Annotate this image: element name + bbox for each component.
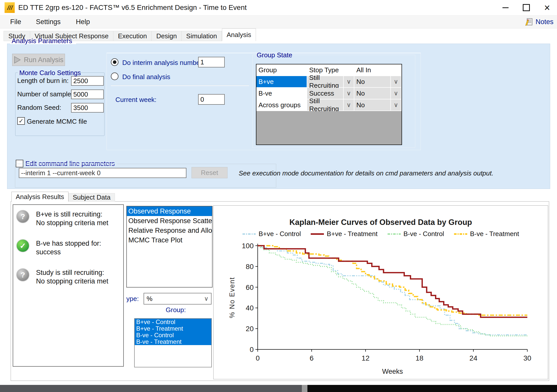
chevron-down-icon[interactable]: ∨ [391,76,401,87]
interim-analysis-radio[interactable] [111,58,118,66]
minimize-icon [502,7,509,8]
notes-icon [525,17,533,26]
group-list-item[interactable]: B-ve - Control [135,332,211,338]
chevron-down-icon[interactable]: ∨ [344,88,354,99]
cell-stop-type[interactable]: Still Recruiting [307,99,343,111]
status-item: ✓B-ve has stopped for:success [16,239,101,256]
cell-stop-type[interactable]: Still Recruiting [307,76,343,87]
close-icon: × [544,3,550,13]
status-item: ?Study is still recruiting:No stopping c… [16,268,108,286]
results-tab-strip: Analysis ResultsSubject Data [11,192,115,202]
svg-text:0: 0 [250,346,254,353]
plot-list-item[interactable]: Observed Response Scatter Plot [127,216,212,226]
plot-list-item[interactable]: Relative Response and Allocation [127,226,212,235]
legend-swatch [242,233,256,236]
samples-field[interactable]: 5000 [71,90,104,99]
run-analysis-button[interactable]: Run Analysis [12,54,65,66]
separator [111,85,249,86]
header-group: Group [256,64,307,76]
cmd-line-field[interactable]: --interim 1 --current-week 0 [19,168,186,178]
menu-bar: File Settings Help Notes [0,15,557,28]
burn-in-field[interactable]: 2500 [71,76,104,86]
chevron-down-icon[interactable]: ∨ [391,99,401,111]
group-state-table: GroupStop TypeAll InB+veStill Recruiting… [256,64,402,145]
legend-item: B+ve - Control [242,230,301,238]
svg-text:40: 40 [246,304,254,312]
chevron-down-icon[interactable]: ∨ [344,99,354,111]
notes-label: Notes [535,18,553,26]
legend-label: B+ve - Treatment [327,230,377,238]
svg-text:18: 18 [415,354,423,362]
header-all-in: All In [354,64,390,76]
legend-item: B-ve - Treatment [454,230,519,238]
results-tab-analysis-results[interactable]: Analysis Results [11,192,68,202]
reset-button[interactable]: Reset [192,167,228,178]
generate-mcmc-checkbox[interactable]: ✓ [17,117,25,125]
cmd-note-text: See execution mode documentation for det… [239,169,493,177]
interim-analysis-label: Do interim analysis number: [122,59,204,67]
header-spacer [391,64,401,76]
generate-mcmc-label: Generate MCMC file [27,118,87,126]
samples-label: Number of samples: [17,90,76,98]
svg-text:100: 100 [242,242,254,250]
type-dropdown[interactable]: % ∨ [144,293,212,305]
svg-text:6: 6 [310,354,314,362]
legend-label: B+ve - Control [258,230,301,238]
notes-button[interactable]: Notes [525,15,553,28]
tab-execution[interactable]: Execution [113,31,152,41]
series-b-ve-treatment [258,246,527,317]
current-week-field[interactable]: 0 [198,94,225,105]
close-button[interactable]: × [537,0,557,15]
group-list-item[interactable]: B+ve - Control [135,319,211,325]
legend-swatch [387,233,401,236]
svg-text:60: 60 [246,283,254,291]
tab-analysis[interactable]: Analysis [222,28,256,41]
tab-design[interactable]: Design [152,31,182,41]
type-label: ype: [126,295,139,303]
svg-text:20: 20 [246,325,254,333]
chart-title: Kaplan-Meier Curves of Observed Data by … [214,218,548,227]
menu-file[interactable]: File [8,18,24,26]
current-week-label: Current week: [115,96,156,104]
chevron-down-icon[interactable]: ∨ [391,88,401,99]
table-row: Across groupsStill Recruiting∨No∨ [256,99,402,111]
legend-swatch [310,233,324,236]
cell-all-in[interactable]: No [354,99,390,111]
legend-item: B-ve - Control [387,230,444,238]
cell-all-in[interactable]: No [354,76,390,87]
results-tab-subject-data[interactable]: Subject Data [68,193,115,202]
seed-field[interactable]: 3500 [71,103,104,113]
legend-swatch [454,233,467,236]
app-window: ED TTE 2grp es-120 - FACTS™ v6.5 Enrichm… [0,0,557,392]
cell-group[interactable]: Across groups [256,99,307,111]
tab-simulation[interactable]: Simulation [182,31,222,41]
cell-all-in[interactable]: No [354,88,390,99]
chevron-down-icon[interactable]: ∨ [344,76,354,87]
minimize-button[interactable] [496,0,515,15]
interim-number-field[interactable]: 1 [198,57,225,67]
cell-group[interactable]: B-ve [256,88,307,99]
final-analysis-radio[interactable] [111,73,118,80]
svg-text:12: 12 [362,354,370,362]
km-chart-panel: Kaplan-Meier Curves of Observed Data by … [213,205,548,379]
analysis-parameters-label: Analysis Parameters [12,37,72,45]
series-b-ve-treatment [258,246,527,315]
menu-help[interactable]: Help [73,18,93,26]
monte-carlo-label: Monte Carlo Settings [19,69,81,77]
status-box: ?B+ve is still recruiting:No stopping cr… [13,204,124,367]
svg-text:24: 24 [469,354,477,362]
plot-list-item[interactable]: Observed Response [127,206,212,216]
group-list-item[interactable]: B+ve - Treatment [135,325,211,332]
series-b-ve-control [258,246,527,336]
legend-label: B-ve - Control [404,230,444,238]
chevron-down-icon: ∨ [204,295,208,302]
cell-group[interactable]: B+ve [256,76,307,87]
svg-text:% No Event: % No Event [229,277,236,318]
group-list-item[interactable]: B-ve - Treatment [135,338,211,345]
plot-list-item[interactable]: MCMC Trace Plot [127,235,212,245]
svg-text:0: 0 [256,354,260,362]
question-icon: ? [16,268,29,281]
menu-settings[interactable]: Settings [33,18,63,26]
maximize-button[interactable] [516,0,536,15]
group-list: B+ve - ControlB+ve - TreatmentB-ve - Con… [134,318,212,367]
